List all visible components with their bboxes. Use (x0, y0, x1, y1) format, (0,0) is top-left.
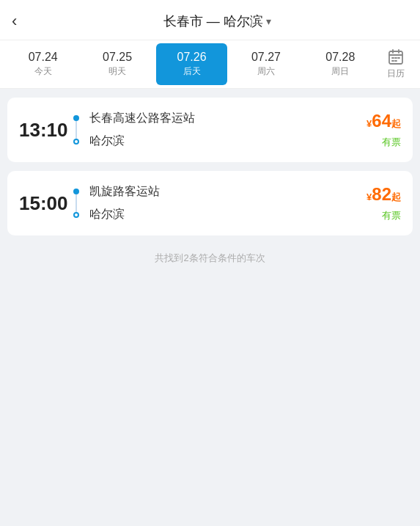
dot-top-icon (73, 189, 79, 194)
from-station-row: 长春高速公路客运站 (82, 111, 332, 126)
to-station-row: 哈尔滨 (82, 207, 332, 222)
tab-date-num: 07.27 (251, 51, 281, 64)
tab-date-num: 07.25 (103, 51, 132, 64)
date-tab-tab-0728[interactable]: 07.28 周日 (305, 43, 376, 85)
bus-card-1[interactable]: 15:00 凯旋路客运站 哈尔滨 ¥82起 有票 (7, 171, 413, 235)
dot-bottom-icon (73, 212, 79, 218)
date-tab-tab-0727[interactable]: 07.27 周六 (230, 43, 301, 85)
bus-price-area: ¥82起 有票 (342, 184, 401, 222)
tab-date-label: 周六 (257, 65, 275, 78)
tab-date-label: 周日 (331, 65, 349, 78)
page-title: 长春市 — 哈尔滨 ▾ (26, 12, 408, 30)
dot-top-icon (73, 115, 79, 121)
dot-bottom-icon (73, 139, 79, 145)
from-station-name: 凯旋路客运站 (89, 184, 160, 200)
price-suffix: 起 (391, 118, 401, 129)
to-station-row: 哈尔滨 (82, 134, 332, 149)
bus-time: 15:00 (19, 192, 72, 215)
bus-card-0[interactable]: 13:10 长春高速公路客运站 哈尔滨 ¥64起 有票 (7, 98, 413, 162)
ticket-status: 有票 (382, 136, 401, 149)
tab-date-label: 今天 (34, 65, 52, 78)
price-suffix: 起 (391, 191, 401, 202)
date-tabs: 07.24 今天 07.25 明天 07.26 后天 07.27 周六 07.2… (0, 40, 420, 89)
date-tab-tab-0725[interactable]: 07.25 明天 (81, 43, 152, 85)
tab-date-num: 07.28 (325, 51, 355, 64)
bus-time: 13:10 (19, 119, 72, 142)
route-vert-line (75, 194, 77, 212)
price-text: ¥82起 (366, 184, 401, 205)
tab-date-num: 07.26 (177, 51, 206, 64)
bus-price-area: ¥64起 有票 (342, 111, 401, 149)
from-station-name: 长春高速公路客运站 (89, 111, 195, 126)
back-button[interactable]: ‹ (12, 12, 17, 31)
route-line (73, 189, 79, 218)
content-area: 13:10 长春高速公路客运站 哈尔滨 ¥64起 有票 (0, 89, 420, 281)
tab-date-num: 07.24 (29, 51, 58, 64)
tab-date-label: 后天 (183, 65, 201, 78)
from-station-row: 凯旋路客运站 (82, 184, 332, 200)
footer-info: 共找到2条符合条件的车次 (7, 244, 413, 272)
calendar-label: 日历 (387, 67, 405, 80)
route-line (73, 115, 79, 145)
to-station-name: 哈尔滨 (89, 207, 125, 222)
calendar-button[interactable]: 日历 (377, 43, 414, 86)
header: ‹ 长春市 — 哈尔滨 ▾ (0, 0, 420, 40)
price-text: ¥64起 (366, 111, 401, 131)
price-num: 82 (372, 184, 391, 204)
dropdown-arrow-icon[interactable]: ▾ (266, 15, 271, 27)
to-station-name: 哈尔滨 (89, 134, 125, 149)
route-title: 长春市 — 哈尔滨 (163, 12, 263, 30)
ticket-status: 有票 (382, 209, 401, 222)
price-num: 64 (372, 111, 391, 131)
route-vert-line (75, 121, 77, 139)
date-tab-tab-0726[interactable]: 07.26 后天 (156, 43, 227, 85)
tab-date-label: 明天 (108, 65, 126, 78)
date-tab-tab-0724[interactable]: 07.24 今天 (7, 43, 78, 85)
calendar-icon (387, 48, 405, 66)
